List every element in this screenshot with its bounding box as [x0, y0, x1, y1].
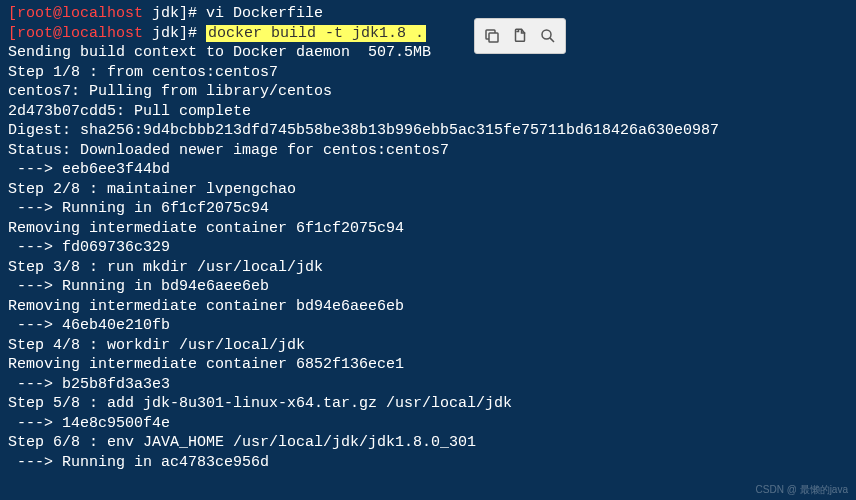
code-toolbar	[474, 18, 566, 54]
highlighted-command: docker build -t jdk1.8 .	[206, 25, 426, 42]
search-icon[interactable]	[535, 23, 561, 49]
output-line: centos7: Pulling from library/centos	[8, 82, 848, 102]
command-text: vi Dockerfile	[206, 5, 323, 22]
output-line: Step 2/8 : maintainer lvpengchao	[8, 180, 848, 200]
prompt-user: [root@localhost	[8, 5, 143, 22]
prompt-path: jdk]#	[143, 25, 206, 42]
watermark: CSDN @ 最懒的java	[756, 483, 848, 496]
output-line: Removing intermediate container 6852f136…	[8, 355, 848, 375]
output-line: Step 3/8 : run mkdir /usr/local/jdk	[8, 258, 848, 278]
prompt-path: jdk]#	[143, 5, 206, 22]
output-line: ---> fd069736c329	[8, 238, 848, 258]
output-line: ---> Running in bd94e6aee6eb	[8, 277, 848, 297]
svg-rect-0	[489, 33, 498, 42]
copy-file-icon[interactable]	[507, 23, 533, 49]
output-line: ---> eeb6ee3f44bd	[8, 160, 848, 180]
output-line: Sending build context to Docker daemon 5…	[8, 43, 848, 63]
svg-point-1	[542, 30, 551, 39]
output-line: Removing intermediate container bd94e6ae…	[8, 297, 848, 317]
copy-icon[interactable]	[479, 23, 505, 49]
output-line: Digest: sha256:9d4bcbbb213dfd745b58be38b…	[8, 121, 848, 141]
output-line: ---> Running in 6f1cf2075c94	[8, 199, 848, 219]
output-line: ---> Running in ac4783ce956d	[8, 453, 848, 473]
output-line: Step 6/8 : env JAVA_HOME /usr/local/jdk/…	[8, 433, 848, 453]
output-line: 2d473b07cdd5: Pull complete	[8, 102, 848, 122]
output-line: Removing intermediate container 6f1cf207…	[8, 219, 848, 239]
output-line: Step 4/8 : workdir /usr/local/jdk	[8, 336, 848, 356]
output-line: Step 1/8 : from centos:centos7	[8, 63, 848, 83]
prompt-line-2: [root@localhost jdk]# docker build -t jd…	[8, 24, 848, 44]
output-line: ---> 46eb40e210fb	[8, 316, 848, 336]
prompt-line-1: [root@localhost jdk]# vi Dockerfile	[8, 4, 848, 24]
prompt-user: [root@localhost	[8, 25, 143, 42]
output-line: Status: Downloaded newer image for cento…	[8, 141, 848, 161]
output-line: ---> b25b8fd3a3e3	[8, 375, 848, 395]
output-line: Step 5/8 : add jdk-8u301-linux-x64.tar.g…	[8, 394, 848, 414]
output-line: ---> 14e8c9500f4e	[8, 414, 848, 434]
terminal-output: [root@localhost jdk]# vi Dockerfile [roo…	[0, 0, 856, 476]
svg-line-2	[550, 38, 554, 42]
output-block: Sending build context to Docker daemon 5…	[8, 43, 848, 472]
